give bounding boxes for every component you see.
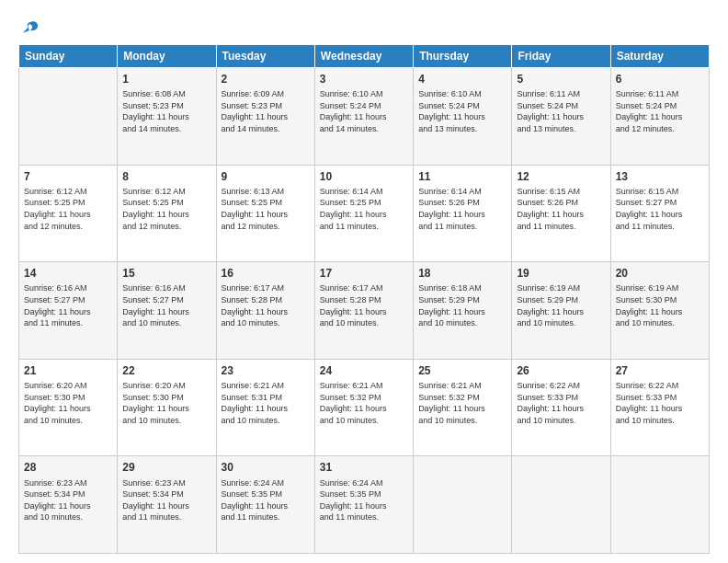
day-header-tuesday: Tuesday — [216, 45, 314, 68]
day-info: Sunrise: 6:21 AMSunset: 5:31 PMDaylight:… — [222, 380, 310, 426]
day-number: 4 — [418, 72, 506, 86]
day-number: 28 — [24, 460, 112, 475]
calendar-cell: 20Sunrise: 6:19 AMSunset: 5:30 PMDayligh… — [610, 262, 709, 360]
calendar-cell: 22Sunrise: 6:20 AMSunset: 5:30 PMDayligh… — [118, 359, 216, 456]
calendar-cell: 12Sunrise: 6:15 AMSunset: 5:26 PMDayligh… — [512, 165, 610, 262]
day-info: Sunrise: 6:21 AMSunset: 5:32 PMDaylight:… — [320, 380, 408, 426]
day-header-monday: Monday — [118, 45, 216, 68]
calendar-cell: 11Sunrise: 6:14 AMSunset: 5:26 PMDayligh… — [414, 165, 512, 262]
day-info: Sunrise: 6:22 AMSunset: 5:33 PMDaylight:… — [616, 380, 704, 426]
day-info: Sunrise: 6:10 AMSunset: 5:24 PMDaylight:… — [320, 88, 408, 134]
calendar-week-row: 7Sunrise: 6:12 AMSunset: 5:25 PMDaylight… — [19, 165, 710, 262]
day-number: 18 — [418, 266, 506, 281]
logo-bird-icon — [20, 18, 40, 39]
calendar-cell: 24Sunrise: 6:21 AMSunset: 5:32 PMDayligh… — [314, 359, 413, 456]
calendar-cell: 25Sunrise: 6:21 AMSunset: 5:32 PMDayligh… — [414, 359, 512, 456]
day-number: 3 — [320, 72, 408, 86]
day-number: 14 — [24, 266, 112, 281]
calendar-cell: 27Sunrise: 6:22 AMSunset: 5:33 PMDayligh… — [610, 359, 709, 456]
day-number: 26 — [517, 363, 605, 378]
day-info: Sunrise: 6:09 AMSunset: 5:23 PMDaylight:… — [222, 88, 310, 134]
calendar-cell: 30Sunrise: 6:24 AMSunset: 5:35 PMDayligh… — [216, 456, 314, 554]
calendar-week-row: 14Sunrise: 6:16 AMSunset: 5:27 PMDayligh… — [19, 262, 710, 360]
calendar-cell: 2Sunrise: 6:09 AMSunset: 5:23 PMDaylight… — [216, 68, 314, 166]
logo — [18, 18, 40, 35]
day-number: 16 — [222, 266, 310, 281]
calendar-cell: 1Sunrise: 6:08 AMSunset: 5:23 PMDaylight… — [118, 68, 216, 166]
day-number: 29 — [122, 460, 210, 475]
day-number: 9 — [222, 169, 310, 184]
calendar-table: SundayMondayTuesdayWednesdayThursdayFrid… — [18, 44, 710, 554]
day-number: 15 — [122, 266, 210, 281]
page: SundayMondayTuesdayWednesdayThursdayFrid… — [0, 0, 728, 563]
day-info: Sunrise: 6:16 AMSunset: 5:27 PMDaylight:… — [24, 282, 112, 328]
calendar-cell: 5Sunrise: 6:11 AMSunset: 5:24 PMDaylight… — [512, 68, 610, 166]
calendar-week-row: 28Sunrise: 6:23 AMSunset: 5:34 PMDayligh… — [19, 456, 710, 554]
calendar-cell: 23Sunrise: 6:21 AMSunset: 5:31 PMDayligh… — [216, 359, 314, 456]
day-number: 13 — [616, 169, 704, 184]
calendar-cell: 7Sunrise: 6:12 AMSunset: 5:25 PMDaylight… — [19, 165, 118, 262]
day-info: Sunrise: 6:13 AMSunset: 5:25 PMDaylight:… — [222, 186, 310, 232]
day-info: Sunrise: 6:11 AMSunset: 5:24 PMDaylight:… — [517, 88, 605, 134]
calendar-cell: 15Sunrise: 6:16 AMSunset: 5:27 PMDayligh… — [118, 262, 216, 360]
day-number: 6 — [616, 72, 704, 86]
header — [18, 18, 710, 35]
calendar-cell: 16Sunrise: 6:17 AMSunset: 5:28 PMDayligh… — [216, 262, 314, 360]
day-header-friday: Friday — [512, 45, 610, 68]
calendar-cell: 21Sunrise: 6:20 AMSunset: 5:30 PMDayligh… — [19, 359, 118, 456]
day-header-saturday: Saturday — [610, 45, 709, 68]
day-info: Sunrise: 6:10 AMSunset: 5:24 PMDaylight:… — [418, 88, 506, 134]
day-number: 22 — [122, 363, 210, 378]
calendar-week-row: 21Sunrise: 6:20 AMSunset: 5:30 PMDayligh… — [19, 359, 710, 456]
day-info: Sunrise: 6:18 AMSunset: 5:29 PMDaylight:… — [418, 282, 506, 328]
day-info: Sunrise: 6:23 AMSunset: 5:34 PMDaylight:… — [122, 477, 210, 523]
day-number: 24 — [320, 363, 408, 378]
calendar-cell: 10Sunrise: 6:14 AMSunset: 5:25 PMDayligh… — [314, 165, 413, 262]
calendar-cell: 19Sunrise: 6:19 AMSunset: 5:29 PMDayligh… — [512, 262, 610, 360]
day-info: Sunrise: 6:11 AMSunset: 5:24 PMDaylight:… — [616, 88, 704, 134]
day-info: Sunrise: 6:12 AMSunset: 5:25 PMDaylight:… — [24, 186, 112, 232]
day-number: 27 — [616, 363, 704, 378]
calendar-cell: 28Sunrise: 6:23 AMSunset: 5:34 PMDayligh… — [19, 456, 118, 554]
day-info: Sunrise: 6:15 AMSunset: 5:26 PMDaylight:… — [517, 186, 605, 232]
day-header-thursday: Thursday — [414, 45, 512, 68]
calendar-header-row: SundayMondayTuesdayWednesdayThursdayFrid… — [19, 45, 710, 68]
day-info: Sunrise: 6:22 AMSunset: 5:33 PMDaylight:… — [517, 380, 605, 426]
day-info: Sunrise: 6:24 AMSunset: 5:35 PMDaylight:… — [320, 477, 408, 523]
calendar-week-row: 1Sunrise: 6:08 AMSunset: 5:23 PMDaylight… — [19, 68, 710, 166]
day-info: Sunrise: 6:17 AMSunset: 5:28 PMDaylight:… — [320, 282, 408, 328]
day-info: Sunrise: 6:20 AMSunset: 5:30 PMDaylight:… — [122, 380, 210, 426]
calendar-cell: 26Sunrise: 6:22 AMSunset: 5:33 PMDayligh… — [512, 359, 610, 456]
day-number: 5 — [517, 72, 605, 86]
calendar-cell — [610, 456, 709, 554]
day-number: 21 — [24, 363, 112, 378]
day-info: Sunrise: 6:14 AMSunset: 5:26 PMDaylight:… — [418, 186, 506, 232]
calendar-cell: 6Sunrise: 6:11 AMSunset: 5:24 PMDaylight… — [610, 68, 709, 166]
day-info: Sunrise: 6:20 AMSunset: 5:30 PMDaylight:… — [24, 380, 112, 426]
calendar-cell: 3Sunrise: 6:10 AMSunset: 5:24 PMDaylight… — [314, 68, 413, 166]
calendar-body: 1Sunrise: 6:08 AMSunset: 5:23 PMDaylight… — [19, 68, 710, 554]
day-number: 2 — [222, 72, 310, 86]
day-info: Sunrise: 6:08 AMSunset: 5:23 PMDaylight:… — [122, 88, 210, 134]
calendar-cell: 14Sunrise: 6:16 AMSunset: 5:27 PMDayligh… — [19, 262, 118, 360]
day-number: 12 — [517, 169, 605, 184]
calendar-cell: 17Sunrise: 6:17 AMSunset: 5:28 PMDayligh… — [314, 262, 413, 360]
day-number: 25 — [418, 363, 506, 378]
calendar-cell: 13Sunrise: 6:15 AMSunset: 5:27 PMDayligh… — [610, 165, 709, 262]
calendar-cell — [19, 68, 118, 166]
day-number: 20 — [616, 266, 704, 281]
calendar-cell — [414, 456, 512, 554]
day-info: Sunrise: 6:17 AMSunset: 5:28 PMDaylight:… — [222, 282, 310, 328]
calendar-cell: 4Sunrise: 6:10 AMSunset: 5:24 PMDaylight… — [414, 68, 512, 166]
day-number: 23 — [222, 363, 310, 378]
day-info: Sunrise: 6:19 AMSunset: 5:30 PMDaylight:… — [616, 282, 704, 328]
day-number: 17 — [320, 266, 408, 281]
day-number: 7 — [24, 169, 112, 184]
calendar-cell: 9Sunrise: 6:13 AMSunset: 5:25 PMDaylight… — [216, 165, 314, 262]
calendar-cell: 29Sunrise: 6:23 AMSunset: 5:34 PMDayligh… — [118, 456, 216, 554]
day-number: 31 — [320, 460, 408, 475]
day-info: Sunrise: 6:24 AMSunset: 5:35 PMDaylight:… — [222, 477, 310, 523]
day-number: 19 — [517, 266, 605, 281]
day-info: Sunrise: 6:14 AMSunset: 5:25 PMDaylight:… — [320, 186, 408, 232]
day-header-sunday: Sunday — [19, 45, 118, 68]
